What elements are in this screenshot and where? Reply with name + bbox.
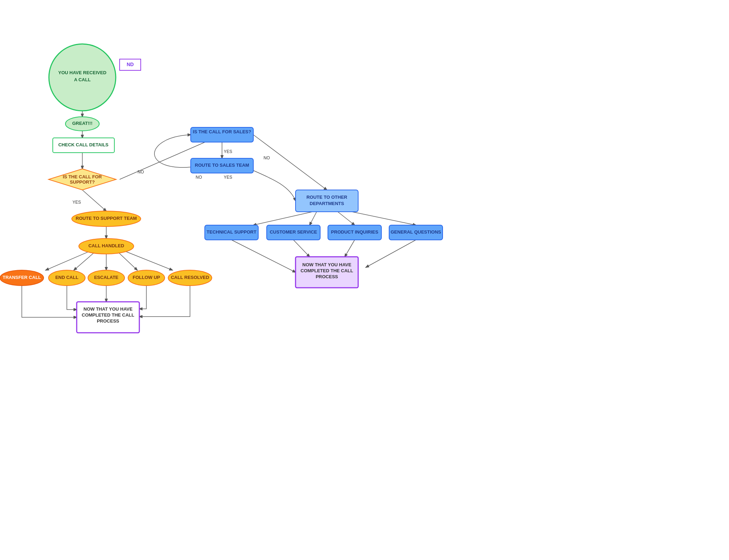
label-yes1: YES xyxy=(72,200,81,205)
arrow-resolved-complete xyxy=(139,286,190,317)
tech-support-label: TECHNICAL SUPPORT xyxy=(207,229,256,235)
arrow-transfer-complete xyxy=(22,286,77,317)
arrow-cust-complete xyxy=(293,240,310,257)
arrow-other-gen xyxy=(352,212,416,225)
label-yes3: YES xyxy=(224,175,232,180)
route-sales-label: ROUTE TO SALES TEAM xyxy=(195,163,249,168)
call-handled-label: CALL HANDLED xyxy=(88,243,124,248)
arrow-handled-transfer xyxy=(46,250,91,270)
start-circle-label: YOU HAVE RECEIVED xyxy=(58,70,106,75)
transfer-call-label: TRANSFER CALL xyxy=(2,275,41,280)
complete-right-line3: PROCESS xyxy=(316,274,338,279)
great-label: GREAT!!! xyxy=(72,121,93,126)
label-yes2: YES xyxy=(224,149,232,154)
start-circle-label2: A CALL xyxy=(74,77,90,82)
cust-service-label: CUSTOMER SERVICE xyxy=(270,229,317,235)
label-no1: NO xyxy=(138,170,144,174)
arrow-prod-complete xyxy=(345,240,355,257)
arrow-gen-complete xyxy=(366,240,416,267)
label-no3: NO xyxy=(196,175,202,180)
route-other-label1: ROUTE TO OTHER xyxy=(306,195,348,200)
arrow-endcall-complete xyxy=(67,286,77,310)
arrow-handled-endcall xyxy=(74,252,95,270)
gen-questions-label: GENERAL QUESTIONS xyxy=(391,229,441,235)
prod-inquiries-label: PRODUCT INQUIRIES xyxy=(331,229,379,235)
call-resolved-label: CALL RESOLVED xyxy=(171,275,209,280)
arrow-handled-followup xyxy=(118,252,137,270)
check-call-label: CHECK CALL DETAILS xyxy=(58,142,109,147)
flowchart: YES NO YES NO NO YES xyxy=(0,0,729,560)
end-call-label: END CALL xyxy=(55,275,78,280)
follow-up-label: FOLLOW UP xyxy=(133,275,160,280)
complete-left-line2: COMPLETED THE CALL xyxy=(82,312,134,318)
support-diamond-label2: SUPPORT? xyxy=(70,179,95,185)
arrow-sales-no xyxy=(253,135,327,190)
complete-right-line1: NOW THAT YOU HAVE xyxy=(302,262,351,267)
arrow-other-tech xyxy=(253,212,312,225)
arrow-tech-complete xyxy=(232,240,296,272)
route-other-label2: DEPARTMENTS xyxy=(310,201,344,206)
is-call-sales-label1: IS THE CALL FOR SALES? xyxy=(193,129,251,134)
arrow-other-cust xyxy=(310,212,317,225)
arrow-handled-resolved xyxy=(123,250,172,270)
support-diamond-label1: IS THE CALL FOR xyxy=(63,174,102,179)
arrow-other-prod xyxy=(338,212,355,225)
arrow-support-yes xyxy=(82,190,106,211)
label-no2: NO xyxy=(264,155,270,160)
nd-label: ND xyxy=(127,62,134,67)
route-support-label: ROUTE TO SUPPORT TEAM xyxy=(76,216,137,221)
complete-right-line2: COMPLETED THE CALL xyxy=(300,268,353,273)
complete-left-line3: PROCESS xyxy=(97,318,119,324)
arrow-followup-complete xyxy=(139,286,146,309)
escalate-label: ESCALATE xyxy=(94,275,118,280)
complete-left-line1: NOW THAT YOU HAVE xyxy=(83,306,133,312)
